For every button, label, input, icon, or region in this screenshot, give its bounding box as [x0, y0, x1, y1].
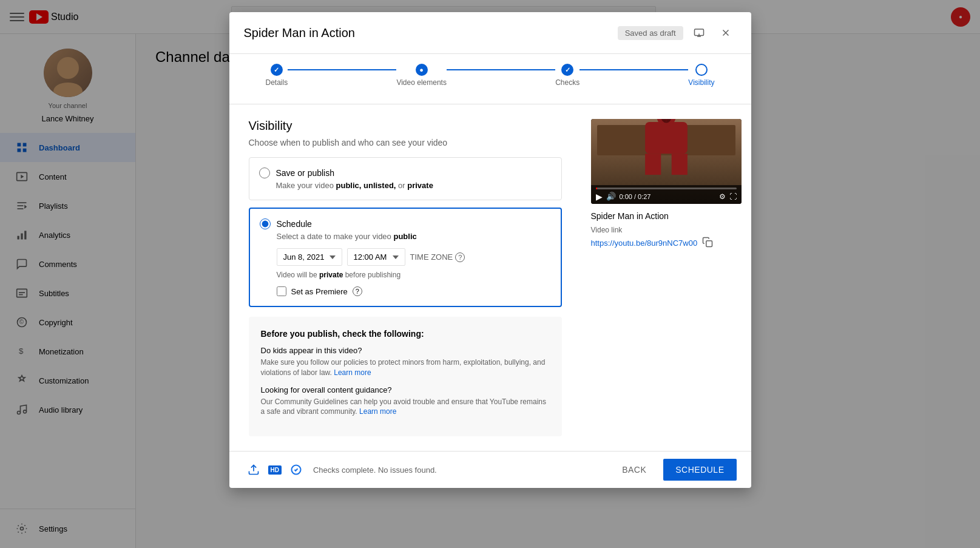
info-kids: Do kids appear in this video? Make sure …: [261, 346, 550, 378]
fullscreen-button[interactable]: ⛶: [729, 192, 737, 201]
dialog-header: Spider Man in Action Saved as draft: [229, 12, 751, 54]
svg-rect-37: [706, 240, 712, 246]
dialog-left: Visibility Choose when to publish and wh…: [229, 104, 581, 451]
premiere-row: Set as Premiere ?: [277, 286, 551, 296]
schedule-options: Jun 8, 2021 12:00 AM TIME ZONE ?: [260, 248, 551, 296]
info-kids-link[interactable]: Learn more: [334, 368, 371, 377]
visibility-subtitle: Choose when to publish and who can see y…: [249, 138, 562, 147]
step-video-elements-label: Video elements: [396, 78, 447, 87]
save-or-publish-card[interactable]: Save or publish Make your video public, …: [249, 157, 562, 200]
visibility-title: Visibility: [249, 119, 562, 133]
info-section-title: Before you publish, check the following:: [261, 329, 550, 339]
settings-button[interactable]: ⚙: [719, 192, 726, 201]
info-section: Before you publish, check the following:…: [249, 317, 562, 436]
checks-text: Checks complete. No issues found.: [313, 465, 605, 475]
timezone-help-icon[interactable]: ?: [455, 252, 465, 262]
dialog-footer: HD Checks complete. No issues found. BAC…: [229, 451, 751, 488]
info-guidance: Looking for overall content guidance? Ou…: [261, 385, 550, 418]
premiere-label: Set as Premiere: [291, 287, 348, 296]
video-link[interactable]: https://youtu.be/8ur9nNC7w00: [591, 238, 698, 248]
schedule-card[interactable]: Schedule Select a date to make your vide…: [249, 208, 562, 307]
save-publish-radio[interactable]: [259, 167, 270, 178]
info-guidance-title: Looking for overall content guidance?: [261, 385, 550, 394]
step-checks-dot: ✓: [561, 64, 573, 76]
stepper-line-1: [288, 69, 396, 70]
schedule-desc: Select a date to make your video public: [260, 232, 551, 241]
saved-badge: Saved as draft: [618, 26, 683, 40]
progress-fill: [596, 188, 597, 189]
step-video-elements-dot: ●: [416, 64, 428, 76]
video-link-label: Video link: [591, 226, 742, 234]
dialog: Spider Man in Action Saved as draft: [229, 12, 751, 488]
dialog-close-button[interactable]: [715, 22, 737, 44]
step-video-elements: ● Video elements: [396, 64, 447, 87]
stepper-line-3: [580, 69, 688, 70]
step-checks: ✓ Checks: [555, 64, 580, 87]
copy-link-button[interactable]: [702, 237, 713, 249]
step-visibility-dot: [695, 64, 708, 76]
premiere-help-icon[interactable]: ?: [353, 286, 362, 296]
play-button[interactable]: ▶: [596, 192, 603, 201]
step-details: ✓ Details: [266, 64, 288, 87]
date-select[interactable]: Jun 8, 2021: [277, 248, 342, 266]
dialog-header-actions: [688, 22, 737, 44]
info-guidance-desc: Our Community Guidelines can help you av…: [261, 397, 550, 418]
checks-complete-icon: [286, 460, 306, 479]
hd-badge: HD: [268, 465, 282, 475]
dialog-overlay: Spider Man in Action Saved as draft: [0, 0, 980, 548]
svg-rect-36: [671, 154, 687, 175]
back-button[interactable]: BACK: [612, 460, 656, 479]
step-details-label: Details: [266, 78, 288, 87]
footer-icons: HD: [244, 460, 306, 479]
step-visibility-label: Visibility: [688, 78, 714, 87]
premiere-checkbox[interactable]: [277, 286, 286, 296]
step-details-dot: ✓: [271, 64, 283, 76]
video-preview: ▶ 🔊 0:00 / 0:27 ⚙ ⛶: [591, 119, 742, 204]
save-publish-label: Save or publish: [276, 168, 335, 178]
time-select[interactable]: 12:00 AM: [347, 248, 405, 266]
stepper-line-2: [447, 69, 555, 70]
step-visibility: Visibility: [688, 64, 714, 87]
video-link-row: https://youtu.be/8ur9nNC7w00: [591, 237, 742, 249]
schedule-button[interactable]: SCHEDULE: [663, 459, 736, 481]
upload-icon[interactable]: [244, 460, 263, 479]
info-kids-title: Do kids appear in this video?: [261, 346, 550, 355]
svg-rect-35: [645, 154, 661, 175]
dialog-body: Visibility Choose when to publish and wh…: [229, 104, 751, 451]
save-publish-desc: Make your video public, unlisted, or pri…: [259, 181, 552, 190]
schedule-radio[interactable]: [260, 218, 271, 229]
private-note: Video will be private before publishing: [277, 271, 551, 279]
time-display: 0:00 / 0:27: [620, 193, 715, 200]
video-title: Spider Man in Action: [591, 211, 742, 221]
info-kids-desc: Make sure you follow our policies to pro…: [261, 357, 550, 378]
stepper: ✓ Details ● Video elements: [229, 54, 751, 104]
svg-rect-31: [645, 122, 688, 154]
dialog-right: ▶ 🔊 0:00 / 0:27 ⚙ ⛶ Spider Man in Action…: [581, 104, 751, 451]
dialog-title: Spider Man in Action: [244, 26, 618, 40]
info-guidance-link[interactable]: Learn more: [359, 407, 396, 416]
progress-bar: [596, 188, 737, 189]
schedule-label: Schedule: [277, 219, 312, 229]
dialog-help-button[interactable]: [688, 22, 710, 44]
step-checks-label: Checks: [555, 78, 580, 87]
volume-button[interactable]: 🔊: [606, 192, 616, 201]
timezone-label: TIME ZONE ?: [410, 252, 465, 262]
